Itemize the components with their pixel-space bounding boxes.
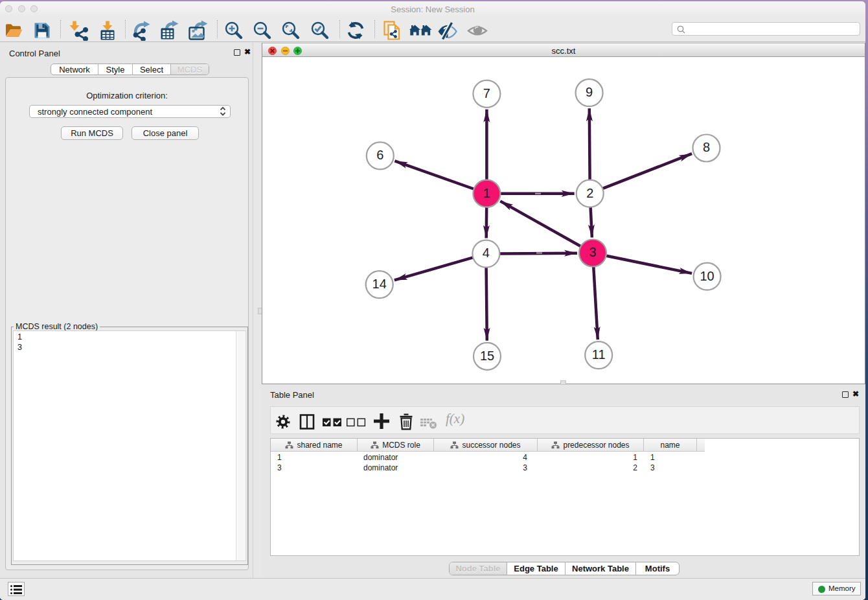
svg-text:11: 11 [592, 347, 606, 362]
svg-text:9: 9 [586, 85, 593, 99]
svg-text:7: 7 [483, 86, 490, 100]
svg-text:1: 1 [483, 186, 490, 200]
svg-text:4: 4 [483, 246, 490, 260]
svg-text:14: 14 [372, 277, 387, 291]
svg-text:6: 6 [376, 148, 383, 162]
svg-text:3: 3 [589, 245, 596, 259]
svg-text:10: 10 [700, 269, 714, 283]
svg-text:15: 15 [480, 349, 494, 363]
svg-text:8: 8 [703, 140, 710, 154]
svg-text:2: 2 [586, 186, 593, 200]
